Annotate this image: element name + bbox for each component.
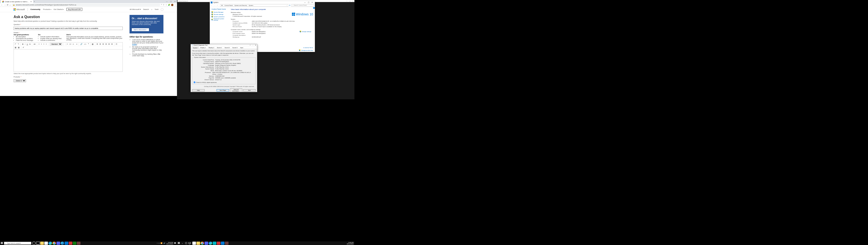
forward-button[interactable]: → bbox=[4, 4, 6, 6]
close-button[interactable]: ✕ bbox=[255, 44, 256, 46]
align-justify-icon[interactable]: ≡ bbox=[46, 43, 47, 45]
store-icon[interactable] bbox=[192, 242, 196, 245]
reload-button[interactable]: ⟳ bbox=[7, 4, 8, 6]
control-panel-home-link[interactable]: Control Panel Home bbox=[212, 8, 227, 10]
search-control-panel[interactable]: ⌕ Search Control Panel bbox=[291, 4, 314, 6]
user-name[interactable]: Todd bbox=[155, 8, 158, 10]
tray-wifi-icon[interactable]: 📶 bbox=[160, 242, 162, 244]
browser-tab[interactable]: Create a new question or start a … ✕ bbox=[1, 0, 33, 3]
minimize-button[interactable]: — bbox=[165, 1, 169, 2]
paint-icon[interactable]: ✐ bbox=[23, 46, 24, 49]
app-green-icon[interactable] bbox=[73, 242, 76, 245]
mail-icon[interactable] bbox=[65, 242, 68, 245]
advanced-settings-link[interactable]: Advanced system settings bbox=[212, 18, 227, 21]
question-input[interactable] bbox=[13, 27, 123, 30]
indent-icon[interactable]: ⇥ bbox=[76, 43, 77, 45]
bold-icon[interactable]: B bbox=[22, 43, 24, 45]
insert1-icon[interactable]: ▦ bbox=[15, 46, 17, 49]
tray-chevron-icon[interactable]: ^ bbox=[157, 243, 158, 244]
maximize-button[interactable]: ▢ bbox=[252, 44, 254, 46]
close-button[interactable]: ✕ bbox=[310, 2, 314, 3]
taskview-icon[interactable] bbox=[36, 242, 40, 245]
bookmark-icon[interactable]: ☆ bbox=[165, 4, 167, 6]
app-cyan-icon[interactable] bbox=[213, 242, 216, 245]
tab-close-icon[interactable]: ✕ bbox=[30, 1, 32, 3]
all-microsoft-dropdown[interactable]: All Microsoft ▾ bbox=[129, 8, 141, 10]
exit-button[interactable]: Exit bbox=[243, 89, 256, 92]
minimize-button[interactable]: — bbox=[346, 0, 347, 2]
maximize-button[interactable]: ▢ bbox=[169, 1, 173, 2]
save-info-button[interactable]: Save All Information… bbox=[230, 89, 242, 92]
html-icon[interactable]: ⊡ bbox=[116, 43, 117, 45]
search-link[interactable]: Search bbox=[143, 8, 149, 10]
extensions-icon[interactable]: 🧩 bbox=[168, 4, 170, 6]
align-left-icon[interactable]: ≡ bbox=[38, 43, 39, 45]
nav-getstarted[interactable]: Get Started bbox=[54, 8, 64, 10]
cortana-icon[interactable] bbox=[32, 242, 36, 245]
taskbar-search[interactable]: ⌕ Type here to search bbox=[4, 242, 31, 245]
app-red-icon[interactable] bbox=[69, 242, 72, 245]
redo-icon[interactable]: ↷ bbox=[18, 43, 19, 45]
chrome-menu-icon[interactable]: ⋮ bbox=[174, 4, 176, 6]
tbl4-icon[interactable]: ⊞ bbox=[105, 43, 107, 45]
buy-m365-button[interactable]: Buy Microsoft 365 bbox=[66, 8, 82, 11]
microsoft-logo[interactable]: Microsoft bbox=[13, 8, 25, 11]
quote-icon[interactable]: ❝ bbox=[88, 43, 89, 45]
steam-icon[interactable] bbox=[205, 242, 208, 245]
taskview-icon[interactable] bbox=[188, 242, 191, 244]
maximize-button[interactable]: ▢ bbox=[307, 2, 310, 3]
taskbar-clock[interactable]: 8:45 PM22/11/2022 bbox=[166, 242, 173, 245]
remote-settings-link[interactable]: Remote settings bbox=[212, 13, 227, 15]
tray-volume-icon[interactable]: 🔊 bbox=[163, 242, 165, 244]
help-badge-icon[interactable]: ? bbox=[313, 7, 315, 9]
code-icon[interactable]: </> bbox=[84, 43, 87, 45]
start-button[interactable] bbox=[177, 242, 181, 244]
system-protection-link[interactable]: System protection bbox=[212, 16, 227, 18]
ul-icon[interactable]: ⋮≡ bbox=[65, 43, 68, 45]
tab-sound3[interactable]: Sound 3 bbox=[231, 46, 239, 49]
image-icon[interactable]: ▦ bbox=[92, 43, 94, 45]
underline-icon[interactable]: U bbox=[27, 43, 28, 45]
nav-products[interactable]: Products bbox=[43, 8, 51, 10]
tbl2-icon[interactable]: ⊞ bbox=[99, 43, 101, 45]
back-button[interactable]: ← bbox=[1, 4, 3, 6]
breadcrumb[interactable]: 🖥› Control Panel› System and Security› S… bbox=[220, 4, 288, 6]
steam-icon[interactable] bbox=[57, 242, 60, 245]
close-button[interactable]: ✕ bbox=[173, 1, 177, 2]
forward-button[interactable]: → bbox=[214, 4, 216, 6]
undo-icon[interactable]: ↶ bbox=[15, 43, 16, 45]
profile-avatar[interactable] bbox=[171, 4, 174, 6]
app-red-icon[interactable] bbox=[217, 242, 220, 245]
refresh-icon[interactable]: ⟳ bbox=[289, 4, 290, 6]
new-tab-button[interactable]: + bbox=[33, 0, 35, 3]
device-manager-link[interactable]: Device Manager bbox=[212, 11, 227, 13]
taskbar-clock[interactable]: 8:45 PM22/11/2022 bbox=[347, 242, 353, 245]
edge-icon[interactable] bbox=[209, 242, 212, 245]
search-icon[interactable]: ⌕ bbox=[181, 243, 184, 244]
close-button[interactable]: ✕ bbox=[352, 0, 353, 2]
tbl3-icon[interactable]: ⊞ bbox=[102, 43, 104, 45]
amd-icon[interactable] bbox=[77, 242, 81, 245]
style-select[interactable]: Standard bbox=[50, 43, 62, 45]
minimize-button[interactable]: — bbox=[303, 2, 307, 3]
store-icon[interactable] bbox=[44, 242, 48, 245]
help-button[interactable]: Help bbox=[192, 89, 205, 92]
tray-dropbox-icon[interactable]: ◇ bbox=[158, 242, 160, 244]
tab-sound1[interactable]: Sound 1 bbox=[215, 46, 223, 49]
table-icon[interactable]: ⊞ bbox=[96, 43, 98, 45]
insert2-icon[interactable]: ▦ bbox=[18, 46, 20, 49]
minimize-button[interactable]: — bbox=[250, 44, 251, 46]
user-avatar-icon[interactable] bbox=[161, 8, 163, 11]
align-center-icon[interactable]: ≡ bbox=[41, 43, 42, 45]
cortana-icon[interactable] bbox=[184, 242, 188, 244]
edgebeta-icon[interactable] bbox=[61, 242, 64, 245]
change-settings-link[interactable]: Change settings bbox=[300, 31, 311, 32]
maximize-button[interactable]: ▢ bbox=[349, 0, 350, 2]
home-button[interactable]: ⌂ bbox=[9, 4, 11, 6]
whql-checkbox[interactable] bbox=[194, 81, 195, 83]
up-button[interactable]: ↑ bbox=[217, 4, 219, 6]
start-button[interactable] bbox=[0, 242, 4, 244]
edge-icon[interactable] bbox=[49, 242, 52, 245]
ol-icon[interactable]: 1≡ bbox=[69, 43, 71, 45]
outdent-icon[interactable]: ⇤ bbox=[73, 43, 74, 45]
